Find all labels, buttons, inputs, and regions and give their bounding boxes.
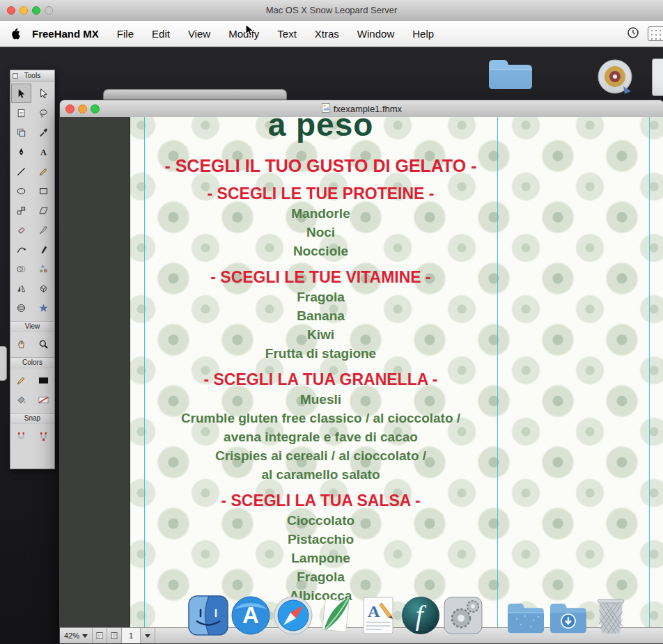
next-page-button[interactable] [107,628,122,643]
guide-line[interactable] [497,117,498,628]
tools-palette-header[interactable]: Tools [10,70,54,81]
freeform-tool-icon[interactable] [11,239,31,259]
pencil-tool-icon[interactable] [33,162,54,181]
desktop: Mac OS X Snow Leopard Server FreeHand MX… [0,0,663,644]
menu-text[interactable]: Text [277,28,297,40]
apple-menu-icon[interactable] [10,28,21,40]
palette-close-icon[interactable] [13,73,18,79]
menu-help[interactable]: Help [412,28,434,40]
text-tool-icon[interactable]: A [33,142,54,162]
stroke-swatch-tool-icon[interactable] [33,370,54,390]
menu-view[interactable]: View [188,28,210,40]
colors-section-label: Colors [10,357,54,368]
extra-window-button[interactable] [45,6,53,15]
menu-line: Crispies ai cereali / al cioccolato / [144,446,497,465]
document-titlebar[interactable]: fxexample1.fhmx [60,100,663,118]
none-swatch-tool-icon[interactable] [33,390,54,409]
pen-tool-icon[interactable] [11,142,31,162]
zoom-tool-icon[interactable] [33,334,54,354]
zoom-dropdown-icon[interactable] [82,634,88,638]
subselect-tool-icon[interactable] [33,84,54,103]
trash-dock-icon[interactable] [591,595,631,636]
doc-close-button[interactable] [65,104,75,113]
hose-tool-icon[interactable] [33,259,54,278]
knife-tool-icon[interactable] [33,220,54,239]
page-number-field[interactable]: 1 [122,628,141,643]
document-title: fxexample1.fhmx [334,104,402,114]
eyedropper-tool-icon[interactable] [33,123,54,142]
menu-line: - SCEGLI LE TUE PROTEINE - [144,183,497,204]
text-editor-dock-icon[interactable]: A [358,595,398,636]
desktop-folder-icon[interactable] [486,53,535,95]
ellipse-tool-icon[interactable] [11,181,31,201]
zoom-control[interactable]: 42% [60,628,93,643]
minimize-button[interactable] [20,6,28,15]
menu-line: al caramello salato [144,465,497,484]
doc-zoom-button[interactable] [91,104,100,113]
skew-tool-icon[interactable] [33,201,54,220]
colors-grid [10,368,54,411]
menu-line: Frutta di stagione [144,344,497,363]
menu-line: Banana [144,306,497,325]
desktop-disc-icon[interactable] [595,58,636,100]
menu-line: avena integrale e fave di cacao [144,427,497,446]
gelato-menu-text: a peso - SCEGLI IL TUO GUSTO DI GELATO -… [144,117,497,605]
finder-dock-icon[interactable] [188,595,228,636]
stroke-pencil-tool-icon[interactable] [11,370,31,390]
tools-palette: Tools A View Colors Snap [10,70,55,469]
safari-dock-icon[interactable] [273,595,313,636]
document-canvas[interactable]: a peso - SCEGLI IL TUO GUSTO DI GELATO -… [60,117,663,628]
menu-line: Fragola [144,288,497,306]
system-titlebar: Mac OS X Snow Leopard Server [0,0,663,22]
system-preferences-dock-icon[interactable] [443,595,483,636]
menu-xtras[interactable]: Xtras [315,28,339,40]
pointer-tool-icon[interactable] [11,84,31,103]
extrude-tool-icon[interactable] [33,278,54,298]
svg-text:A: A [368,602,380,620]
blend-tool-icon[interactable] [11,259,31,278]
folder-dock-icon[interactable] [506,595,546,636]
snap-to-object-tool-icon[interactable] [33,426,54,446]
menu-line: Nocciole [144,242,497,260]
dock-divider [485,629,504,636]
menu-window[interactable]: Window [357,28,394,40]
menu-line: - SCEGLI LE TUE VITAMINE - [144,267,497,288]
app-store-dock-icon[interactable]: A [231,595,271,636]
keyboard-viewer-icon[interactable] [648,26,663,41]
menu-line: Lampone [144,549,497,567]
line-tool-icon[interactable] [11,162,31,181]
action-tool-icon[interactable] [33,298,54,317]
partial-desktop-icon[interactable] [652,58,663,96]
clock-sync-icon[interactable] [627,26,639,42]
menu-file[interactable]: File [117,28,134,40]
flash-dock-icon[interactable]: f [400,595,441,636]
mirror-tool-icon[interactable] [11,278,31,298]
fill-bucket-tool-icon[interactable] [11,390,31,409]
snap-to-point-tool-icon[interactable] [11,426,31,446]
menu-edit[interactable]: Edit [152,28,170,40]
document-window: fxexample1.fhmx a peso - SCEGLI IL TUO G… [59,100,663,644]
doc-minimize-button[interactable] [78,104,87,113]
menu-modify[interactable]: Modify [228,28,259,40]
calligraphy-tool-icon[interactable] [33,239,54,259]
rectangle-tool-icon[interactable] [33,181,54,201]
page-dropdown-button[interactable] [141,628,155,643]
downloads-folder-dock-icon[interactable] [548,595,588,636]
page-tool-icon[interactable] [11,103,31,123]
eraser-tool-icon[interactable] [11,220,31,239]
tools-palette-title: Tools [24,72,40,79]
menu-line: Fragola [144,567,497,586]
rotate-3d-tool-icon[interactable] [11,298,31,317]
menu-app-name[interactable]: FreeHand MX [32,28,99,40]
feather-dock-icon[interactable] [315,595,356,636]
hand-tool-icon[interactable] [11,334,31,354]
gelato-menu-lines: - SCEGLI IL TUO GUSTO DI GELATO -- SCEGL… [144,155,497,605]
scale-tool-icon[interactable] [11,201,31,220]
lasso-tool-icon[interactable] [33,103,54,123]
prev-page-button[interactable] [93,628,107,643]
docked-palette-tab[interactable] [0,346,7,381]
crop-tool-icon[interactable] [11,123,31,142]
zoom-button[interactable] [32,6,40,15]
close-button[interactable] [7,6,15,15]
document-page[interactable]: a peso - SCEGLI IL TUO GUSTO DI GELATO -… [130,117,663,628]
